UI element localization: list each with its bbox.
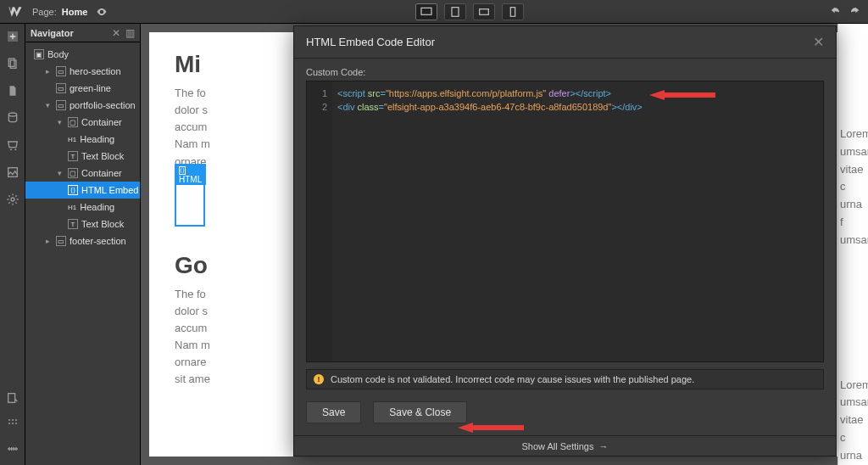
navigator-panel: Navigator ✕ ▥ ▣Body ▸▭hero-section ▭gree…: [25, 24, 141, 465]
svg-point-8: [8, 113, 16, 116]
page-selector[interactable]: Page: Home: [32, 7, 87, 17]
line-gutter: 1 2: [307, 81, 332, 361]
navigator-pin-icon[interactable]: ▥: [125, 27, 135, 39]
modal-close-icon[interactable]: ✕: [813, 34, 824, 50]
viewport-switch: [109, 3, 829, 20]
svg-point-17: [8, 423, 10, 424]
warning-text: Custom code is not validated. Incorrect …: [331, 374, 694, 384]
tree-node-container-2[interactable]: ▾▢Container: [25, 165, 140, 182]
right-overflow-text: Lorem umsar vitae c urna f umsan: Lorem …: [837, 24, 868, 465]
validation-warning: ! Custom code is not validated. Incorrec…: [306, 369, 824, 389]
element-tag: ⟨⟩HTML: [175, 164, 206, 185]
html-embed-modal: HTML Embed Code Editor ✕ Custom Code: 1 …: [293, 25, 837, 457]
annotation-arrow-icon: [458, 421, 524, 434]
code-editor[interactable]: 1 2 <script src="https://apps.elfsight.c…: [306, 81, 824, 362]
svg-point-10: [14, 148, 16, 150]
svg-point-9: [10, 148, 12, 150]
redo-icon[interactable]: [848, 3, 861, 20]
svg-rect-4: [510, 7, 515, 16]
measure-icon[interactable]: [5, 441, 20, 457]
svg-point-14: [8, 419, 10, 421]
modal-title: HTML Embed Code Editor: [306, 36, 435, 48]
assets-icon[interactable]: [5, 165, 20, 180]
tree-node-container-1[interactable]: ▾▢Container: [25, 114, 140, 131]
viewport-mobile-button[interactable]: [502, 3, 524, 20]
svg-rect-3: [479, 8, 488, 14]
tree-node-textblock-2[interactable]: TText Block: [25, 216, 140, 232]
tree-node-hero[interactable]: ▸▭hero-section: [25, 63, 140, 80]
svg-point-15: [12, 419, 14, 421]
grid-icon[interactable]: [5, 416, 20, 431]
show-all-settings-link[interactable]: Show All Settings →: [294, 435, 836, 456]
svg-rect-1: [421, 8, 431, 14]
file-icon[interactable]: [5, 83, 20, 98]
tree-node-heading-1[interactable]: H1Heading: [25, 131, 140, 148]
tree-node-green[interactable]: ▭green-line: [25, 80, 140, 97]
svg-point-16: [15, 419, 17, 421]
tree-node-body[interactable]: ▣Body: [25, 46, 140, 63]
code-content: <script src="https://apps.elfsight.com/p…: [332, 81, 648, 361]
warning-icon: !: [314, 374, 324, 384]
tree-node-html-embed[interactable]: ⟨⟩HTML Embed: [25, 182, 140, 199]
save-close-button[interactable]: Save & Close: [373, 401, 467, 423]
tree-node-textblock-1[interactable]: TText Block: [25, 148, 140, 165]
top-bar: Page: Home: [0, 0, 868, 24]
audit-icon[interactable]: [5, 390, 20, 406]
svg-rect-13: [8, 394, 14, 403]
viewport-tablet-button[interactable]: [444, 3, 466, 20]
preview-icon[interactable]: [94, 4, 109, 20]
custom-code-label: Custom Code:: [294, 59, 836, 81]
ecommerce-icon[interactable]: [5, 137, 20, 153]
add-icon[interactable]: [5, 29, 20, 44]
svg-point-0: [101, 10, 103, 12]
cms-icon[interactable]: [5, 110, 20, 126]
selected-html-embed-element[interactable]: ⟨⟩HTML: [175, 176, 205, 227]
tree-node-portfolio[interactable]: ▾▭portfolio-section: [25, 97, 140, 114]
annotation-arrow-icon: [649, 88, 715, 102]
pages-icon[interactable]: [5, 56, 20, 71]
navigator-title: Navigator: [31, 28, 74, 38]
tree-node-footer[interactable]: ▸▭footer-section: [25, 232, 140, 249]
undo-icon[interactable]: [829, 3, 843, 20]
page-label: Page:: [32, 7, 57, 17]
navigator-collapse-icon[interactable]: ✕: [112, 27, 120, 39]
left-rail: [0, 24, 25, 465]
save-button[interactable]: Save: [306, 401, 361, 423]
tree-node-heading-2[interactable]: H1Heading: [25, 199, 140, 216]
svg-point-18: [12, 423, 14, 424]
navigator-tree: ▣Body ▸▭hero-section ▭green-line ▾▭portf…: [25, 42, 140, 249]
page-name: Home: [62, 7, 88, 17]
settings-icon[interactable]: [5, 192, 20, 207]
viewport-desktop-button[interactable]: [415, 3, 437, 20]
svg-point-19: [15, 423, 17, 424]
viewport-tablet-landscape-button[interactable]: [473, 3, 495, 20]
arrow-right-icon: →: [599, 441, 609, 451]
webflow-logo-icon[interactable]: [7, 3, 24, 20]
svg-rect-2: [452, 7, 459, 16]
svg-point-12: [11, 198, 14, 201]
